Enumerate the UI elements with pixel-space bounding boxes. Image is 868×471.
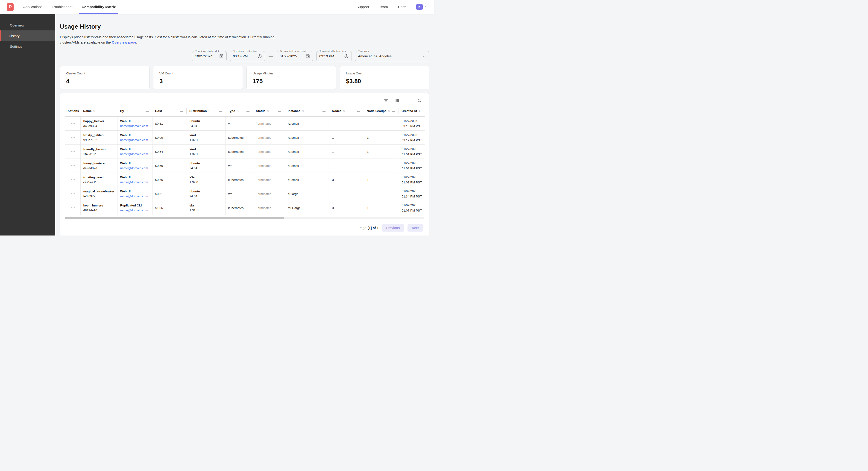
column-menu-icon[interactable] [247, 110, 249, 112]
dropdown-caret-icon[interactable] [421, 54, 426, 59]
column-header-status[interactable]: Status↑↓ [253, 106, 285, 117]
tab-applications[interactable]: Applications [23, 0, 42, 14]
horizontal-scrollbar-thumb[interactable] [65, 217, 284, 219]
sidebar-item-overview[interactable]: Overview [0, 20, 55, 30]
created-by-email-wrap: name@domain.com [120, 139, 150, 142]
email-link[interactable]: name@domain.com [120, 180, 148, 184]
ellipsis-dot [74, 151, 75, 152]
created-time: 03:17 PM PST [402, 139, 423, 142]
nav-link-docs[interactable]: Docs [398, 5, 406, 9]
sort-icon[interactable]: ↑↓ [302, 110, 304, 112]
ellipsis-dot [71, 123, 72, 124]
email-link[interactable]: name@domain.com [120, 209, 148, 212]
nav-link-support[interactable]: Support [356, 5, 369, 9]
terminated-before-date-field[interactable]: Terminated before date 01/27/2025 [277, 51, 313, 61]
calendar-icon[interactable] [306, 54, 310, 59]
created-at-cell: 01/09/202501:34 PM PST [399, 187, 425, 201]
clock-icon[interactable] [257, 54, 262, 59]
horizontal-scrollbar-track[interactable] [65, 217, 424, 219]
column-menu-icon[interactable] [278, 110, 281, 112]
stat-label: Cluster Count [66, 72, 143, 75]
column-header-nodes[interactable]: Nodes↑↓ [329, 106, 364, 117]
row-actions-button[interactable] [67, 179, 79, 180]
column-label: Created At [402, 109, 417, 113]
primary-tabs: Applications Troubleshoot Compatibility … [23, 0, 116, 14]
actions-cell [65, 131, 81, 145]
column-header-distribution[interactable]: Distribution↑↓ [187, 106, 225, 117]
column-header-instance[interactable]: Instance↑↓ [285, 106, 329, 117]
table-row: trusting_leavittcae5ea11Web UIname@domai… [65, 173, 425, 187]
column-header-cost[interactable]: Cost↑↓ [152, 106, 187, 117]
column-menu-icon[interactable] [357, 110, 360, 112]
account-menu[interactable]: K [416, 4, 428, 10]
column-menu-icon[interactable] [322, 110, 326, 112]
created-by-source: Web UI [120, 148, 150, 151]
sort-icon[interactable]: ↑↓ [93, 110, 95, 112]
column-menu-icon[interactable] [219, 110, 222, 112]
column-label: By [120, 109, 124, 113]
usage-table-card: ActionsName↑↓By↑↓Cost↑↓Distribution↑↓Typ… [60, 93, 429, 236]
email-link[interactable]: name@domain.com [120, 166, 148, 170]
status-badge: Terminated [256, 206, 272, 210]
ellipsis-dot [71, 151, 72, 152]
calendar-icon[interactable] [219, 54, 224, 59]
sort-icon[interactable]: ↑↓ [208, 110, 211, 112]
column-header-type[interactable]: Type↑↓ [225, 106, 253, 117]
created-by-source: Web UI [120, 134, 150, 137]
distribution-name: k3s [190, 176, 223, 179]
next-page-button[interactable]: Next [407, 224, 423, 232]
density-icon[interactable] [406, 98, 411, 103]
row-actions-button[interactable] [67, 207, 79, 208]
distribution-name: ubuntu [190, 190, 223, 193]
email-link[interactable]: name@domain.com [120, 138, 148, 142]
tab-compatibility-matrix[interactable]: Compatibility Matrix [82, 0, 116, 14]
clock-icon[interactable] [344, 54, 349, 59]
row-actions-button[interactable] [67, 137, 79, 138]
columns-icon[interactable] [395, 98, 400, 103]
sort-desc-icon[interactable]: ↓ [418, 109, 420, 113]
column-header-by[interactable]: By↑↓ [117, 106, 152, 117]
instance-cell: r1.small [285, 145, 329, 159]
sort-icon[interactable]: ↑↓ [163, 110, 166, 112]
overview-page-link[interactable]: Overview page [112, 40, 136, 44]
avatar[interactable]: K [416, 4, 423, 10]
column-menu-icon[interactable] [392, 110, 395, 112]
sort-icon[interactable]: ↑↓ [267, 110, 269, 112]
column-menu-icon[interactable] [146, 110, 149, 112]
sort-icon[interactable]: ↑↓ [125, 110, 128, 112]
row-actions-button[interactable] [67, 151, 79, 152]
email-link[interactable]: name@domain.com [120, 124, 148, 128]
sort-icon[interactable]: ↑↓ [343, 110, 345, 112]
table-row: frosty_galileo995b7182Web UIname@domain.… [65, 131, 425, 145]
status-cell: Terminated [253, 173, 285, 187]
previous-page-button[interactable]: Previous [382, 224, 404, 232]
cost-cell: $0.56 [152, 159, 187, 173]
description-text: Displays prior clusters/VMs and their as… [60, 35, 274, 44]
column-header-node-groups[interactable]: Node Groups↑↓ [364, 106, 399, 117]
terminated-after-time-field[interactable]: Terminated after time 03:19 PM [230, 51, 265, 61]
timezone-select[interactable]: Timezone America/Los_Angeles [355, 51, 429, 61]
row-actions-button[interactable] [67, 193, 79, 194]
filter-icon[interactable] [383, 98, 389, 103]
email-link[interactable]: name@domain.com [120, 152, 148, 156]
column-menu-icon[interactable] [180, 110, 183, 112]
nav-link-team[interactable]: Team [379, 5, 388, 9]
terminated-after-date-field[interactable]: Terminated after date 10/27/2024 [192, 51, 227, 61]
column-header-name[interactable]: Name↑↓ [81, 106, 117, 117]
sort-icon[interactable]: ↑↓ [388, 110, 390, 112]
status-badge: Terminated [256, 192, 272, 196]
terminated-before-time-field[interactable]: Terminated before time 03:19 PM [316, 51, 352, 61]
sidebar-item-settings[interactable]: Settings [0, 41, 55, 52]
sidebar-item-history[interactable]: History [0, 30, 55, 41]
brand-logo[interactable]: R [7, 3, 13, 11]
column-header-created-at[interactable]: Created At↓ [399, 106, 425, 117]
row-actions-button[interactable] [67, 123, 79, 124]
row-actions-button[interactable] [67, 165, 79, 166]
sort-icon[interactable]: ↑↓ [237, 110, 239, 112]
tab-troubleshoot[interactable]: Troubleshoot [52, 0, 72, 14]
email-link[interactable]: name@domain.com [120, 195, 148, 198]
instance-cell: r1.small [285, 173, 329, 187]
table-row: keen_lumiere4819de16Replicated CLIname@d… [65, 201, 425, 215]
fullscreen-icon[interactable] [417, 98, 422, 103]
chevron-down-icon[interactable] [424, 5, 428, 9]
